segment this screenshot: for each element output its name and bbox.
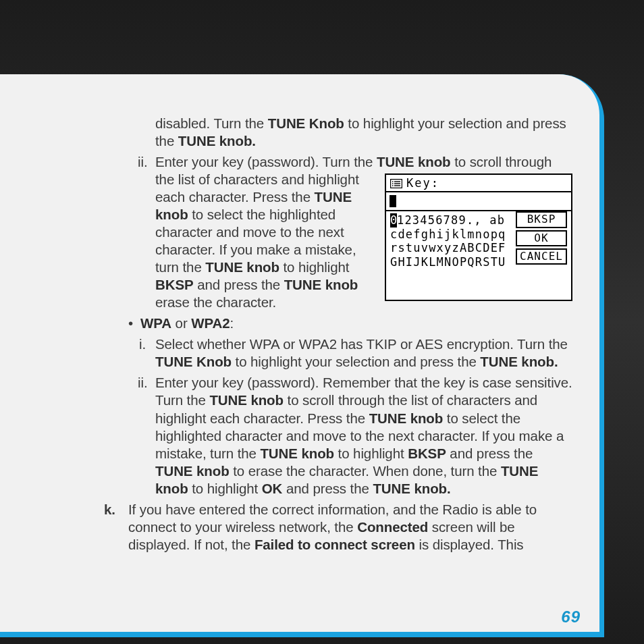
text: erase the character. — [155, 294, 276, 310]
text: to erase the character. When done, turn … — [230, 463, 501, 479]
key-entry-charmap: 0123456789., ab cdefghijklmnopq rstuvwxy… — [386, 211, 571, 299]
cancel-button[interactable]: CANCEL — [516, 248, 567, 265]
text: and press the — [194, 277, 284, 292]
text: or — [171, 315, 191, 331]
wep-step-ii: ii. Enter your key (password). Turn the … — [41, 153, 572, 311]
bold: TUNE knob — [369, 410, 444, 426]
wpa-step-ii: ii. Enter your key (password). Remember … — [41, 374, 572, 497]
bold: TUNE knob — [155, 463, 230, 479]
bold: TUNE Knob — [268, 115, 344, 131]
bold: TUNE knob. — [178, 133, 256, 149]
charmap-row-4: GHIJKLMNOPQRSTU — [390, 255, 506, 269]
key-entry-title-row: Key: — [386, 175, 571, 192]
bold: TUNE knob — [284, 277, 358, 292]
ok-button[interactable]: OK — [516, 230, 567, 246]
text: and press the — [446, 446, 533, 461]
charmap-row-1: 123456789., ab — [397, 213, 505, 227]
bold: TUNE knob — [377, 154, 451, 169]
bold: TUNE Knob — [155, 354, 232, 369]
text: to highlight — [188, 481, 262, 496]
bullet-dot: • — [128, 315, 133, 332]
bold: Connected — [357, 519, 428, 535]
continuation-paragraph: disabled. Turn the TUNE Knob to highligh… — [41, 115, 572, 150]
wpa-step-i: i. Select whether WPA or WPA2 has TKIP o… — [41, 336, 572, 371]
step-k: k. If you have entered the correct infor… — [41, 501, 572, 554]
list-marker-ii: ii. — [138, 374, 148, 392]
cursor-icon — [390, 195, 396, 207]
text: to highlight — [334, 446, 408, 461]
key-entry-input — [386, 192, 571, 211]
text: to highlight your selection and press th… — [232, 354, 480, 369]
list-marker-ii: ii. — [138, 153, 148, 171]
bold: Failed to connect screen — [254, 537, 415, 552]
text: to scroll through — [451, 154, 552, 169]
charmap-row-2: cdefghijklmnopq — [390, 227, 506, 241]
bold: OK — [262, 481, 283, 496]
text: Enter your key (password). Turn the — [155, 154, 377, 169]
wpa-bullet: • WPA or WPA2: — [41, 315, 572, 332]
key-entry-figure: Key: 0123456789., ab cdefghijklmnopq rst… — [385, 173, 572, 301]
page-content: disabled. Turn the TUNE Knob to highligh… — [0, 74, 599, 554]
bold: TUNE knob — [260, 446, 334, 461]
list-icon — [390, 179, 402, 188]
bold: TUNE knob — [205, 259, 279, 275]
page-card: disabled. Turn the TUNE Knob to highligh… — [0, 74, 599, 632]
bold: WPA — [140, 315, 171, 331]
bold: TUNE knob. — [373, 481, 450, 496]
bold: BKSP — [155, 277, 194, 292]
bold: BKSP — [408, 446, 446, 461]
list-marker-k: k. — [104, 501, 115, 518]
text: and press the — [282, 481, 373, 496]
charmap-row-3: rstuvwxyzABCDEF — [390, 241, 506, 254]
text: : — [230, 315, 234, 331]
page-number: 69 — [561, 608, 581, 626]
text: is displayed. This — [415, 537, 524, 552]
bold: TUNE knob — [209, 392, 284, 408]
text: Select whether WPA or WPA2 has TKIP or A… — [155, 336, 568, 352]
key-entry-buttons: BKSP OK CANCEL — [516, 211, 567, 265]
list-marker-i: i. — [139, 336, 146, 353]
key-entry-title: Key: — [406, 176, 439, 190]
bksp-button[interactable]: BKSP — [516, 211, 567, 227]
bold: TUNE knob. — [480, 354, 558, 369]
text: disabled. Turn the — [155, 115, 268, 131]
bold: WPA2 — [191, 315, 230, 331]
text: to highlight — [279, 259, 350, 275]
highlighted-char: 0 — [390, 213, 397, 227]
